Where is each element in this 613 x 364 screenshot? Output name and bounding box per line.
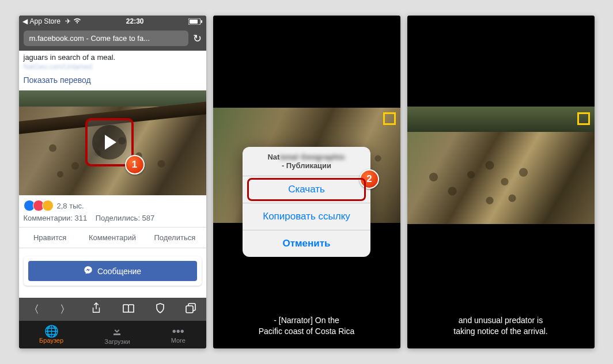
- action-sheet-title: National Geographic - Публикации: [243, 147, 370, 176]
- messenger-icon: [84, 266, 93, 276]
- tab-downloads[interactable]: Загрузки: [104, 325, 130, 345]
- status-back-label: App Store: [30, 17, 60, 25]
- natgeo-logo-icon: [383, 112, 396, 125]
- post-action-row: Нравится Комментарий Поделиться: [19, 227, 206, 248]
- action-sheet-download[interactable]: Скачать 2: [243, 176, 370, 203]
- bookmarks-icon[interactable]: [122, 303, 135, 316]
- globe-icon: 🌐: [39, 325, 63, 337]
- nav-back-icon[interactable]: 〈: [29, 302, 39, 316]
- status-bar: ◀ App Store ✈︎ 22:30: [19, 16, 206, 27]
- video-player-fullscreen[interactable]: and unusual predator is taking notice of…: [407, 16, 595, 348]
- callout-2: 2: [360, 169, 379, 189]
- play-icon: [105, 135, 116, 150]
- subtitle-line-1: - [Narrator] On the: [213, 315, 400, 326]
- app-tabbar: 🌐 Браузер Загрузки ••• More: [19, 321, 206, 348]
- action-sheet-copy-link[interactable]: Копировать ссылку: [243, 203, 370, 230]
- video-player-fullscreen[interactable]: - [Narrator] On the Pacific coast of Cos…: [213, 16, 400, 348]
- translate-link[interactable]: Показать перевод: [19, 72, 206, 90]
- callout-1: 1: [125, 155, 145, 175]
- action-sheet-cancel[interactable]: Отменить: [243, 230, 370, 257]
- chevron-left-icon: ◀: [22, 17, 28, 25]
- share-button[interactable]: Поделиться: [143, 233, 206, 242]
- action-sheet: National Geographic - Публикации Скачать…: [243, 147, 370, 257]
- wifi-icon: [73, 17, 81, 25]
- reload-icon[interactable]: ↻: [193, 32, 202, 45]
- tab-more-label: More: [171, 337, 186, 344]
- svg-rect-2: [190, 20, 198, 24]
- battery-icon: [188, 17, 202, 25]
- like-button[interactable]: Нравится: [19, 233, 81, 242]
- reaction-icons: [24, 200, 51, 211]
- subtitle-line-1: and unusual predator is: [407, 315, 595, 326]
- post-external-link[interactable]: NatGeo.com/Untamed: [19, 62, 206, 72]
- video-thumbnail[interactable]: 1: [19, 90, 206, 195]
- message-button-label: Сообщение: [97, 267, 141, 276]
- comments-count: Комментарии: 311: [24, 214, 88, 222]
- more-icon: •••: [171, 325, 186, 337]
- comment-button[interactable]: Комментарий: [81, 233, 143, 242]
- status-back-to-appstore[interactable]: ◀ App Store ✈︎: [22, 17, 81, 25]
- svg-rect-1: [201, 20, 202, 23]
- comments-shares-line[interactable]: Комментарии: 311 Поделились: 587: [19, 213, 206, 227]
- tab-downloads-label: Загрузки: [104, 338, 130, 345]
- tab-more[interactable]: ••• More: [171, 325, 186, 344]
- wow-reaction-icon: [42, 200, 54, 211]
- phone-panel-2: - [Narrator] On the Pacific coast of Cos…: [213, 16, 400, 348]
- subtitle-line-2: Pacific coast of Costa Rica: [213, 326, 400, 337]
- tab-browser[interactable]: 🌐 Браузер: [39, 325, 63, 344]
- url-field[interactable]: m.facebook.com - Come face to fa...: [24, 31, 188, 46]
- tab-browser-label: Браузер: [39, 337, 63, 344]
- message-card: Сообщение: [24, 256, 202, 286]
- page-content: jaguars in search of a meal. NatGeo.com/…: [19, 51, 206, 298]
- shares-count: Поделились: 587: [96, 214, 155, 222]
- subtitle-line-2: taking notice of the arrival.: [407, 326, 595, 337]
- shield-icon[interactable]: [156, 303, 165, 316]
- natgeo-logo-icon: [577, 112, 590, 125]
- status-time: 22:30: [126, 17, 144, 25]
- browser-toolbar: 〈 〉: [19, 298, 206, 321]
- reactions-count: 2,8 тыс.: [57, 202, 84, 210]
- tabs-icon[interactable]: [186, 303, 196, 316]
- airplane-icon: ✈︎: [65, 17, 71, 25]
- url-bar: m.facebook.com - Come face to fa... ↻: [19, 27, 206, 51]
- phone-panel-1: ◀ App Store ✈︎ 22:30 m.facebook.com - Co…: [19, 16, 206, 348]
- video-subtitles: and unusual predator is taking notice of…: [407, 315, 595, 337]
- phone-panel-3: and unusual predator is taking notice of…: [407, 16, 595, 348]
- message-button[interactable]: Сообщение: [28, 261, 197, 281]
- video-subtitles: - [Narrator] On the Pacific coast of Cos…: [213, 315, 400, 337]
- download-icon: [104, 325, 130, 338]
- share-icon[interactable]: [91, 302, 101, 317]
- nav-forward-icon[interactable]: 〉: [60, 302, 70, 316]
- post-caption: jaguars in search of a meal.: [19, 51, 206, 62]
- reactions-row[interactable]: 2,8 тыс.: [19, 195, 206, 213]
- svg-rect-3: [186, 306, 193, 313]
- video-frame: [407, 107, 595, 224]
